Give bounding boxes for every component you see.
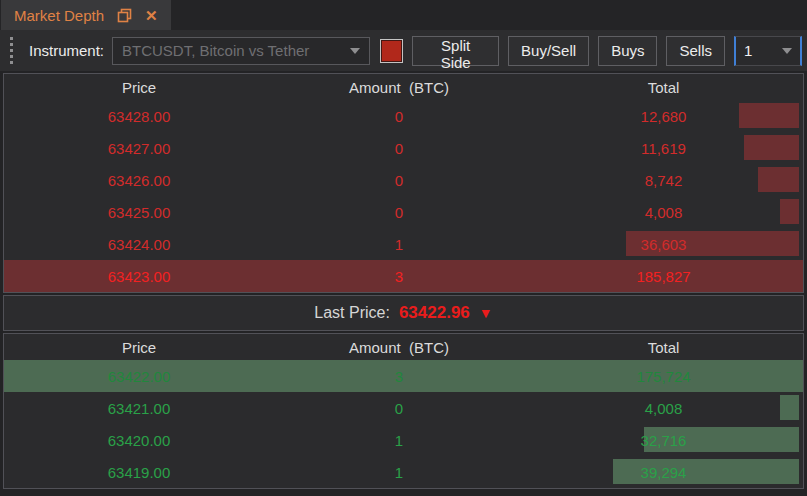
- buy-table-header: Price Amount (BTC) Total: [4, 334, 803, 360]
- sell-amount: 1: [274, 236, 524, 253]
- depth-level-combobox[interactable]: 1: [734, 36, 802, 66]
- sell-total: 8,742: [524, 172, 803, 189]
- buy-amount: 1: [274, 432, 524, 449]
- buy-amount: 1: [274, 464, 524, 481]
- tab-title: Market Depth: [14, 7, 104, 24]
- sell-row[interactable]: 63426.0008,742: [4, 164, 803, 196]
- sell-total: 4,008: [524, 204, 803, 221]
- sell-panel: Price Amount (BTC) Total 63428.00012,680…: [3, 73, 804, 293]
- tab-market-depth[interactable]: Market Depth ✕: [1, 0, 171, 30]
- buy-row[interactable]: 63422.003175,724: [4, 360, 803, 392]
- buy-row[interactable]: 63420.00132,716: [4, 424, 803, 456]
- buy-price: 63420.00: [4, 432, 274, 449]
- column-header-amount: Amount (BTC): [274, 339, 524, 356]
- buy-rows: 63422.003175,72463421.0004,00863420.0013…: [4, 360, 803, 488]
- buy-total: 4,008: [524, 400, 803, 417]
- column-header-price: Price: [4, 79, 274, 96]
- chevron-down-icon: [782, 48, 792, 54]
- price-down-icon: ▼: [479, 305, 493, 321]
- sell-total: 36,603: [524, 236, 803, 253]
- buy-total: 32,716: [524, 432, 803, 449]
- sell-total: 12,680: [524, 108, 803, 125]
- sell-amount: 0: [274, 140, 524, 157]
- close-icon[interactable]: ✕: [145, 8, 158, 23]
- sell-amount: 0: [274, 204, 524, 221]
- buy-panel: Price Amount (BTC) Total 63422.003175,72…: [3, 333, 804, 489]
- column-header-total: Total: [524, 79, 803, 96]
- buy-price: 63419.00: [4, 464, 274, 481]
- chevron-down-icon: [350, 48, 360, 54]
- column-header-amount: Amount (BTC): [274, 79, 524, 96]
- last-price-strip: Last Price: 63422.96 ▼: [3, 295, 804, 331]
- sell-total: 11,619: [524, 140, 803, 157]
- last-price-label: Last Price:: [314, 304, 390, 322]
- sell-total: 185,827: [524, 268, 803, 285]
- buy-price: 63422.00: [4, 368, 274, 385]
- sell-price: 63424.00: [4, 236, 274, 253]
- buy-amount: 3: [274, 368, 524, 385]
- sell-row[interactable]: 63428.00012,680: [4, 100, 803, 132]
- depth-level-value: 1: [744, 42, 776, 59]
- buys-button[interactable]: Buys: [598, 36, 657, 66]
- toolbar: Instrument: BTCUSDT, Bitcoin vs Tether S…: [0, 30, 807, 71]
- sell-rows: 63428.00012,68063427.00011,61963426.0008…: [4, 100, 803, 292]
- last-price-value: 63422.96: [399, 303, 470, 323]
- sells-button[interactable]: Sells: [666, 36, 725, 66]
- buy-sell-button[interactable]: Buy/Sell: [508, 36, 589, 66]
- sell-price: 63423.00: [4, 268, 274, 285]
- instrument-combobox[interactable]: BTCUSDT, Bitcoin vs Tether: [112, 37, 370, 65]
- buy-price: 63421.00: [4, 400, 274, 417]
- sell-amount: 0: [274, 172, 524, 189]
- split-side-button[interactable]: Split Side: [412, 36, 499, 66]
- sell-row[interactable]: 63423.003185,827: [4, 260, 803, 292]
- color-swatch-button[interactable]: [380, 39, 403, 63]
- buy-row[interactable]: 63419.00139,294: [4, 456, 803, 488]
- sell-price: 63428.00: [4, 108, 274, 125]
- buy-amount: 0: [274, 400, 524, 417]
- sell-amount: 0: [274, 108, 524, 125]
- buy-row[interactable]: 63421.0004,008: [4, 392, 803, 424]
- drag-handle[interactable]: [5, 37, 19, 64]
- sell-row[interactable]: 63427.00011,619: [4, 132, 803, 164]
- sell-price: 63427.00: [4, 140, 274, 157]
- sell-row[interactable]: 63425.0004,008: [4, 196, 803, 228]
- column-header-total: Total: [524, 339, 803, 356]
- buy-total: 175,724: [524, 368, 803, 385]
- sell-row[interactable]: 63424.00136,603: [4, 228, 803, 260]
- sell-price: 63426.00: [4, 172, 274, 189]
- sell-table-header: Price Amount (BTC) Total: [4, 74, 803, 100]
- sell-price: 63425.00: [4, 204, 274, 221]
- tab-bar: Market Depth ✕: [0, 0, 807, 30]
- float-window-icon[interactable]: [117, 8, 132, 23]
- column-header-price: Price: [4, 339, 274, 356]
- instrument-value: BTCUSDT, Bitcoin vs Tether: [122, 42, 344, 59]
- sell-amount: 3: [274, 268, 524, 285]
- buy-total: 39,294: [524, 464, 803, 481]
- instrument-label: Instrument:: [29, 42, 104, 59]
